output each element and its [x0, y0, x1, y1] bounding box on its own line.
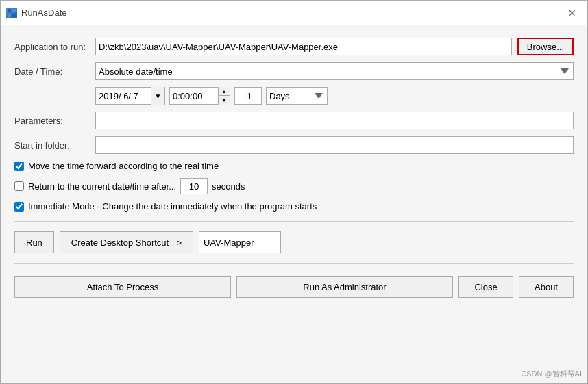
divider-2	[14, 263, 574, 264]
title-bar: RunAsDate ✕	[1, 1, 587, 25]
svg-rect-1	[12, 9, 16, 12]
close-button[interactable]: Close	[458, 276, 513, 298]
params-input[interactable]	[95, 112, 574, 129]
params-row: Parameters:	[14, 112, 574, 129]
time-up-button[interactable]: ▲	[219, 87, 230, 96]
return-checkbox[interactable]	[14, 181, 24, 191]
return-seconds-input[interactable]	[180, 178, 208, 194]
folder-input[interactable]	[95, 136, 574, 154]
immediate-checkbox[interactable]	[14, 202, 24, 212]
time-down-button[interactable]: ▼	[219, 96, 230, 105]
time-spinners: ▲ ▼	[218, 87, 230, 105]
run-button[interactable]: Run	[14, 231, 54, 253]
watermark: CSDN @智科帮AI	[521, 369, 582, 379]
params-label: Parameters:	[14, 116, 90, 126]
seconds-label: seconds	[212, 181, 245, 192]
immediate-label: Immediate Mode - Change the date immedia…	[28, 201, 317, 212]
browse-button[interactable]: Browse...	[517, 38, 574, 55]
title-left: RunAsDate	[6, 8, 66, 18]
date-input[interactable]	[96, 88, 151, 104]
calendar-button[interactable]: ▼	[151, 87, 164, 105]
datetime-mode-row: Date / Time: Absolute date/time	[14, 62, 574, 80]
footer-row: Attach To Process Run As Administrator C…	[14, 276, 574, 298]
main-window: RunAsDate ✕ Application to run: Browse..…	[0, 0, 588, 384]
svg-rect-2	[8, 14, 11, 17]
datetime-value-row: ▼ ▲ ▼ Days	[95, 87, 574, 105]
about-button[interactable]: About	[519, 276, 574, 298]
days-select[interactable]: Days	[266, 87, 328, 105]
folder-label: Start in folder:	[14, 140, 90, 151]
return-row: Return to the current date/time after...…	[14, 178, 574, 194]
move-time-label: Move the time forward according to the r…	[28, 161, 219, 171]
app-input[interactable]	[95, 38, 512, 55]
window-body: Application to run: Browse... Date / Tim…	[1, 25, 587, 383]
offset-input[interactable]	[234, 87, 262, 105]
create-shortcut-button[interactable]: Create Desktop Shortcut =>	[60, 231, 193, 253]
immediate-row: Immediate Mode - Change the date immedia…	[14, 201, 574, 212]
datetime-mode-select[interactable]: Absolute date/time	[95, 62, 574, 80]
date-field: ▼	[95, 87, 165, 105]
move-time-checkbox[interactable]	[14, 162, 24, 171]
svg-rect-3	[12, 14, 16, 17]
shortcut-name-input[interactable]	[199, 231, 281, 253]
move-time-row: Move the time forward according to the r…	[14, 161, 574, 171]
time-input[interactable]	[170, 88, 218, 104]
return-label: Return to the current date/time after...	[28, 181, 176, 192]
close-window-button[interactable]: ✕	[563, 3, 582, 23]
content-area: Application to run: Browse... Date / Tim…	[1, 25, 587, 383]
time-field: ▲ ▼	[169, 87, 230, 105]
attach-process-button[interactable]: Attach To Process	[14, 276, 231, 298]
app-row: Application to run: Browse...	[14, 38, 574, 55]
run-as-admin-button[interactable]: Run As Administrator	[236, 276, 453, 298]
app-label: Application to run:	[14, 42, 90, 52]
app-icon	[6, 8, 17, 18]
svg-rect-0	[8, 9, 11, 12]
action-row: Run Create Desktop Shortcut =>	[14, 231, 574, 253]
datetime-label: Date / Time:	[14, 66, 90, 77]
divider-1	[14, 221, 574, 222]
folder-row: Start in folder:	[14, 136, 574, 154]
window-title: RunAsDate	[21, 8, 66, 18]
